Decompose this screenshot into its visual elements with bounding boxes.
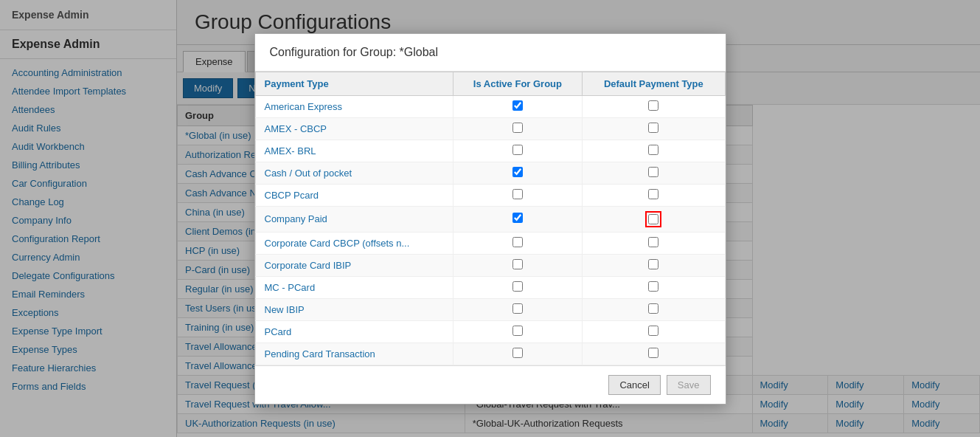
payment-name-cell: MC - PCard: [255, 276, 453, 298]
default-payment-checkbox[interactable]: [648, 259, 658, 269]
payment-type-row: Pending Card Transaction: [255, 343, 725, 365]
default-payment-checkbox[interactable]: [648, 167, 658, 177]
payment-type-row: American Express: [255, 95, 725, 117]
modal-footer: Cancel Save: [255, 365, 726, 404]
is-active-cell: [453, 276, 583, 298]
is-active-cell: [453, 162, 583, 184]
is-active-checkbox[interactable]: [512, 326, 523, 336]
payment-name-cell: Corporate Card IBIP: [255, 254, 453, 276]
payment-name-cell: AMEX- BRL: [255, 140, 453, 162]
payment-name-cell: CBCP Pcard: [255, 184, 453, 206]
default-payment-cell: [583, 184, 725, 206]
default-payment-cell: [583, 117, 725, 140]
is-active-cell: [453, 95, 583, 117]
default-payment-checkbox[interactable]: [648, 303, 658, 314]
default-payment-checkbox[interactable]: [648, 100, 658, 111]
is-active-cell: [453, 343, 583, 365]
payment-type-row: New IBIP: [255, 298, 725, 320]
modal-table-container: Payment Type Is Active For Group Default…: [255, 72, 726, 365]
configuration-modal: Configuration for Group: *Global Payment…: [254, 33, 726, 405]
is-active-checkbox[interactable]: [512, 167, 523, 177]
payment-name-cell: Pending Card Transaction: [255, 343, 453, 365]
col-is-active: Is Active For Group: [453, 72, 583, 95]
is-active-cell: [453, 140, 583, 162]
payment-type-row: Corporate Card IBIP: [255, 254, 725, 276]
modal-overlay: Configuration for Group: *Global Payment…: [0, 0, 980, 437]
payment-type-row: CBCP Pcard: [255, 184, 725, 206]
payment-type-table: Payment Type Is Active For Group Default…: [255, 72, 726, 365]
modal-header: Configuration for Group: *Global: [255, 34, 726, 72]
is-active-cell: [453, 206, 583, 232]
is-active-checkbox[interactable]: [512, 259, 523, 269]
payment-name-cell: Company Paid: [255, 206, 453, 232]
payment-name-cell: New IBIP: [255, 298, 453, 320]
modal-body: Payment Type Is Active For Group Default…: [255, 72, 726, 365]
is-active-cell: [453, 320, 583, 343]
payment-type-row: Corporate Card CBCP (offsets n...: [255, 232, 725, 254]
is-active-cell: [453, 184, 583, 206]
default-payment-cell: [583, 343, 725, 365]
col-default-payment: Default Payment Type: [583, 72, 725, 95]
payment-name-cell: AMEX - CBCP: [255, 117, 453, 140]
cancel-button[interactable]: Cancel: [608, 375, 660, 395]
default-payment-checkbox[interactable]: [648, 237, 658, 247]
highlighted-checkbox-wrap: [645, 211, 661, 227]
payment-type-row: MC - PCard: [255, 276, 725, 298]
is-active-checkbox[interactable]: [512, 237, 523, 247]
default-payment-cell: [583, 206, 725, 232]
payment-type-row: AMEX- BRL: [255, 140, 725, 162]
default-payment-checkbox[interactable]: [648, 123, 658, 133]
is-active-checkbox[interactable]: [512, 281, 523, 292]
default-payment-cell: [583, 254, 725, 276]
default-payment-checkbox[interactable]: [648, 189, 658, 199]
payment-type-row: Cash / Out of pocket: [255, 162, 725, 184]
is-active-checkbox[interactable]: [512, 303, 523, 314]
payment-name-cell: Cash / Out of pocket: [255, 162, 453, 184]
default-payment-cell: [583, 320, 725, 343]
modal-title: Configuration for Group: *Global: [270, 46, 711, 59]
default-payment-cell: [583, 276, 725, 298]
is-active-checkbox[interactable]: [512, 213, 523, 223]
payment-name-cell: American Express: [255, 95, 453, 117]
default-payment-cell: [583, 95, 725, 117]
default-payment-checkbox[interactable]: [648, 281, 658, 292]
payment-name-cell: Corporate Card CBCP (offsets n...: [255, 232, 453, 254]
save-button[interactable]: Save: [667, 375, 711, 395]
default-payment-checkbox[interactable]: [648, 145, 658, 155]
payment-type-row: AMEX - CBCP: [255, 117, 725, 140]
is-active-cell: [453, 254, 583, 276]
is-active-checkbox[interactable]: [512, 348, 523, 358]
payment-type-row: Company Paid: [255, 206, 725, 232]
is-active-checkbox[interactable]: [512, 145, 523, 155]
default-payment-checkbox[interactable]: [648, 348, 658, 358]
is-active-checkbox[interactable]: [512, 100, 523, 111]
is-active-cell: [453, 117, 583, 140]
default-payment-checkbox[interactable]: [648, 214, 658, 224]
default-payment-checkbox[interactable]: [648, 326, 658, 336]
default-payment-cell: [583, 162, 725, 184]
payment-type-row: PCard: [255, 320, 725, 343]
default-payment-cell: [583, 140, 725, 162]
is-active-cell: [453, 298, 583, 320]
default-payment-cell: [583, 298, 725, 320]
is-active-checkbox[interactable]: [512, 189, 523, 199]
payment-name-cell: PCard: [255, 320, 453, 343]
default-payment-cell: [583, 232, 725, 254]
is-active-cell: [453, 232, 583, 254]
col-payment-type: Payment Type: [255, 72, 453, 95]
is-active-checkbox[interactable]: [512, 123, 523, 133]
